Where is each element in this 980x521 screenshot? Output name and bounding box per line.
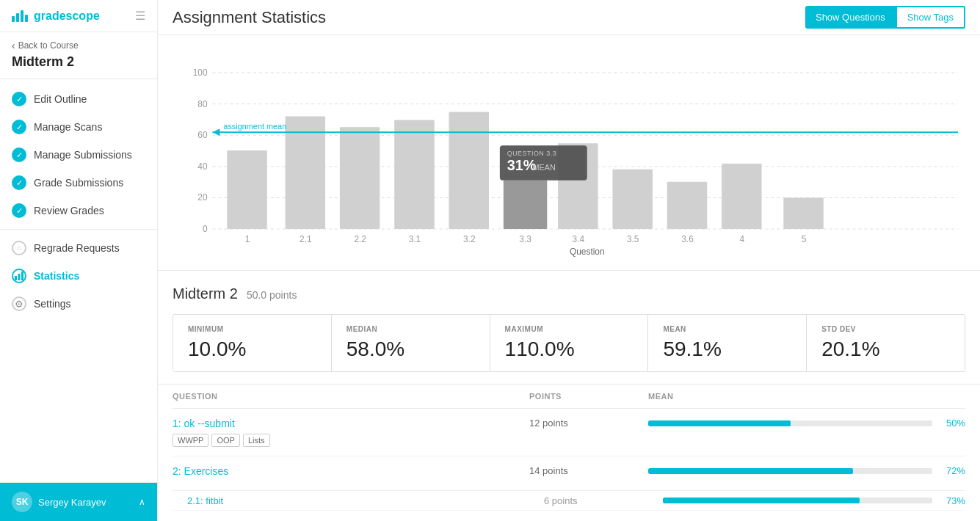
check-icon: ✓: [12, 203, 26, 218]
expand-icon[interactable]: ∧: [139, 497, 145, 507]
svg-text:60: 60: [197, 130, 208, 140]
logo-text: gradescope: [34, 10, 100, 23]
svg-text:3.4: 3.4: [573, 234, 585, 244]
progress-bar-fill: [648, 468, 853, 474]
svg-rect-22: [612, 170, 652, 229]
stat-mean: MEAN 59.1%: [648, 315, 807, 371]
question-link[interactable]: 2: Exercises: [173, 465, 529, 477]
subquestion-cell: 2.1: fitbit: [173, 491, 529, 511]
svg-text:assignment mean: assignment mean: [223, 122, 286, 131]
sidebar-item-label: Settings: [34, 298, 71, 310]
svg-rect-2: [21, 272, 23, 280]
assignment-name: Midterm 2: [173, 285, 238, 302]
svg-text:3.6: 3.6: [681, 234, 694, 244]
mean-cell: 72%: [648, 456, 965, 491]
sidebar-item-regrade-requests[interactable]: ○ Regrade Requests: [0, 234, 157, 262]
stat-median-label: MEDIAN: [346, 325, 475, 333]
svg-text:100: 100: [193, 68, 208, 78]
svg-rect-1: [18, 274, 21, 280]
points-cell: 12 points: [529, 409, 648, 456]
sidebar-item-label: Review Grades: [34, 205, 104, 216]
svg-rect-16: [286, 117, 325, 230]
stat-maximum-value: 110.0%: [505, 338, 634, 361]
sidebar-footer: SK Sergey Karayev ∧: [0, 482, 157, 521]
table-row: 2: Exercises 14 points 72%: [173, 456, 965, 491]
svg-rect-24: [722, 164, 761, 229]
svg-text:3.3: 3.3: [519, 234, 531, 244]
logo-bar-4: [25, 15, 28, 22]
sidebar-item-settings[interactable]: ⚙ Settings: [0, 290, 157, 318]
subquestion-link[interactable]: 2.1: fitbit: [187, 495, 223, 506]
mean-percent: 72%: [940, 465, 965, 476]
hamburger-icon[interactable]: ☰: [135, 9, 145, 23]
show-tags-button[interactable]: Show Tags: [896, 6, 965, 29]
sidebar: gradescope ☰ Back to Course Midterm 2 ✓ …: [0, 0, 158, 521]
svg-text:2.1: 2.1: [300, 234, 312, 244]
progress-bar-bg: [663, 498, 932, 503]
svg-text:5: 5: [802, 234, 807, 244]
logo-area: gradescope: [12, 10, 100, 23]
check-icon: ✓: [12, 120, 26, 134]
questions-table: QUESTION POINTS MEAN 1: ok --submit WWPP…: [173, 385, 965, 511]
stat-stddev-value: 20.1%: [821, 338, 950, 361]
svg-rect-20: [504, 181, 547, 229]
nav-divider: [0, 229, 157, 230]
sidebar-item-grade-submissions[interactable]: ✓ Grade Submissions: [0, 169, 157, 197]
avatar: SK: [12, 492, 32, 512]
svg-rect-15: [227, 150, 266, 229]
sidebar-item-manage-submissions[interactable]: ✓ Manage Submissions: [0, 141, 157, 169]
mean-cell: 50%: [648, 409, 965, 456]
subquestion-points: 6 points: [529, 491, 648, 511]
svg-text:MEAN: MEAN: [532, 163, 555, 172]
stat-stddev: STD DEV 20.1%: [807, 315, 965, 371]
svg-text:4: 4: [740, 234, 745, 244]
table-row: 1: ok --submit WWPP OOP Lists 12 points: [173, 409, 965, 456]
svg-text:40: 40: [197, 161, 208, 172]
table-row: 2.1: fitbit 6 points 73%: [173, 491, 965, 511]
svg-text:3.5: 3.5: [627, 234, 639, 244]
svg-rect-23: [667, 182, 707, 229]
sidebar-nav: ✓ Edit Outline ✓ Manage Scans ✓ Manage S…: [0, 79, 157, 482]
back-to-course-link[interactable]: Back to Course: [0, 32, 157, 54]
svg-rect-25: [783, 197, 823, 229]
sidebar-item-label: Regrade Requests: [34, 242, 120, 254]
svg-text:Question: Question: [570, 247, 605, 257]
page-title: Assignment Statistics: [173, 8, 326, 27]
stat-maximum: MAXIMUM 110.0%: [490, 315, 649, 371]
topbar-actions: Show Questions Show Tags: [805, 6, 965, 29]
tag: Lists: [243, 434, 270, 447]
sidebar-item-manage-scans[interactable]: ✓ Manage Scans: [0, 113, 157, 141]
svg-rect-19: [449, 112, 489, 230]
tag: WWPP: [173, 434, 208, 447]
svg-text:QUESTION 3.3: QUESTION 3.3: [507, 150, 556, 157]
svg-text:20: 20: [197, 192, 208, 203]
svg-text:2.2: 2.2: [354, 234, 366, 244]
chart-icon: [12, 269, 26, 283]
question-link[interactable]: 1: ok --submit: [173, 418, 529, 429]
stat-maximum-label: MAXIMUM: [505, 325, 634, 333]
th-question: QUESTION: [173, 385, 529, 409]
progress-bar-fill: [648, 420, 791, 426]
sidebar-item-review-grades[interactable]: ✓ Review Grades: [0, 197, 157, 225]
questions-section: QUESTION POINTS MEAN 1: ok --submit WWPP…: [158, 385, 980, 511]
show-questions-button[interactable]: Show Questions: [805, 6, 896, 29]
sidebar-item-edit-outline[interactable]: ✓ Edit Outline: [0, 85, 157, 113]
stat-stddev-label: STD DEV: [821, 325, 950, 333]
th-mean: MEAN: [648, 385, 965, 409]
sidebar-item-label: Manage Scans: [34, 121, 102, 133]
course-title: Midterm 2: [0, 54, 157, 79]
progress-bar-fill: [663, 498, 860, 503]
bar-chart: 100 80 60 40 20 0: [173, 50, 965, 263]
sidebar-item-statistics[interactable]: Statistics: [0, 262, 157, 290]
stats-section: Midterm 2 50.0 points MINIMUM 10.0% MEDI…: [158, 271, 980, 385]
svg-text:0: 0: [203, 224, 208, 234]
th-points: POINTS: [529, 385, 648, 409]
tag: OOP: [211, 434, 239, 447]
user-info: SK Sergey Karayev: [12, 492, 106, 512]
assignment-points: 50.0 points: [247, 289, 297, 301]
tags-row: WWPP OOP Lists: [173, 434, 529, 447]
svg-text:80: 80: [197, 99, 208, 109]
stat-mean-label: MEAN: [663, 325, 791, 333]
check-icon: ✓: [12, 175, 26, 190]
sidebar-item-label: Edit Outline: [34, 93, 87, 105]
